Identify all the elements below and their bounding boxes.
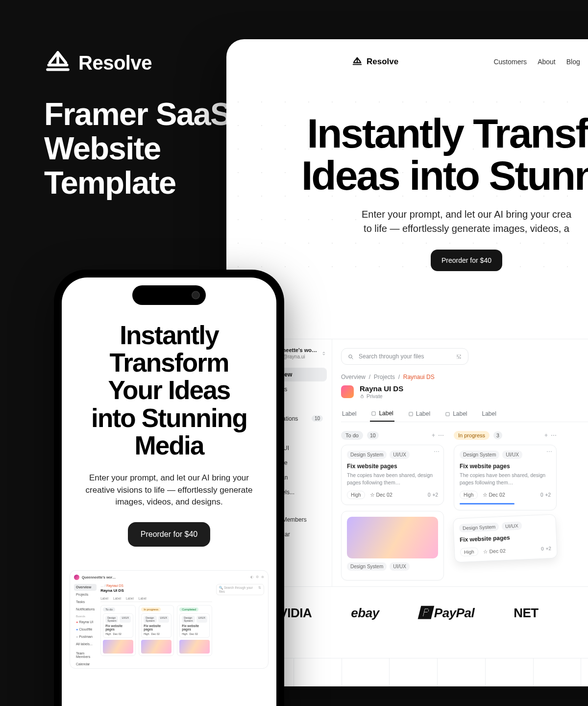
preorder-button[interactable]: Preorder for $40	[431, 250, 502, 271]
kanban-card-dragging[interactable]: Design SystemUI/UX Fix website pages Hig…	[453, 514, 558, 562]
phone-hero-sub: Enter your prompt, and let our AI bring …	[76, 472, 262, 508]
view-tabs: Label Label Label Label Label	[341, 406, 588, 422]
promo-logo: Resolve	[44, 49, 231, 76]
phone-dashboard: Queenneette's wor… ◐⚙⊕ Overview Projects…	[70, 570, 269, 669]
board-item[interactable]: ● Rayna UI	[74, 619, 97, 626]
column-todo: To do 10 +⋯ ⋯ Design SystemUI/UX Fix web…	[341, 431, 444, 586]
search-input[interactable]: 🔍 Search through your files⇅	[216, 584, 264, 595]
search-input[interactable]: Search through your files	[341, 348, 468, 365]
svg-rect-8	[446, 412, 449, 416]
hero-sub: Enter your prompt, and let our AI bring …	[275, 207, 588, 236]
more-icon[interactable]: ⋯	[438, 432, 444, 439]
add-card-icon[interactable]: +	[432, 432, 435, 439]
sidebar-item[interactable]: Projects	[74, 591, 97, 598]
sidebar-item[interactable]: Notifications	[74, 606, 97, 613]
sidebar-item[interactable]: Overview	[74, 584, 97, 591]
kanban-card[interactable]: Design SystemUI/UX	[341, 511, 444, 580]
svg-rect-6	[372, 412, 375, 415]
resolve-mark-icon	[44, 49, 72, 76]
phone-preorder-button[interactable]: Preorder for $40	[128, 522, 211, 547]
desktop-nav: Resolve Customers About Blog Contact Pr	[226, 53, 588, 71]
card-image	[347, 517, 438, 558]
svg-rect-7	[409, 412, 413, 416]
lock-icon	[360, 394, 365, 399]
sidebar-item[interactable]: Tasks	[74, 599, 97, 605]
sidebar-item[interactable]: Team Members	[74, 650, 97, 660]
more-icon[interactable]: ⋯	[434, 448, 440, 455]
phone-notch	[132, 285, 206, 305]
sliders-icon[interactable]	[456, 353, 462, 360]
kanban-card[interactable]: ⋯ Design SystemUI/UX Fix website pages T…	[454, 445, 557, 510]
dashboard-preview: Queenneette's wor… alison.e@rayna.ui Ove…	[246, 339, 588, 586]
project-thumb	[341, 385, 354, 398]
icon[interactable]: ⚙	[256, 575, 259, 579]
tab-label-1[interactable]: Label	[341, 406, 357, 422]
tab-label-5[interactable]: Label	[481, 406, 497, 422]
promo-brand: Resolve	[78, 52, 152, 74]
breadcrumb: Overview / Projects / Raynaui DS	[341, 374, 588, 380]
add-card-icon[interactable]: +	[544, 432, 548, 439]
board-item[interactable]: ● Postman	[74, 633, 97, 640]
sidebar-item[interactable]: Calendar	[74, 661, 97, 668]
tab-label-2[interactable]: Label	[370, 406, 394, 422]
phone-preview: Instantly Transform Your Ideas into Stun…	[54, 270, 284, 706]
nav-blog[interactable]: Blog	[566, 58, 580, 66]
logo-ebay: ebay	[351, 605, 379, 621]
column-inprogress: In progress 3 +⋯ ⋯ Design SystemUI/UX Fi…	[454, 431, 557, 586]
nav-customers[interactable]: Customers	[493, 58, 527, 66]
hero-title: Instantly Transfor Ideas into Stunnin	[275, 113, 588, 197]
svg-point-3	[349, 355, 352, 358]
more-icon[interactable]: ⋯	[546, 448, 552, 455]
avatar	[74, 575, 79, 580]
board-item[interactable]: All labels...	[74, 641, 97, 648]
resolve-mark-icon	[352, 56, 363, 67]
board-item[interactable]: ● Cloudfile	[74, 626, 97, 633]
tab-label-4[interactable]: Label	[444, 406, 468, 422]
project-title: Rayna UI DS	[360, 384, 403, 393]
nav-logo[interactable]: Resolve	[352, 56, 398, 67]
search-icon	[347, 353, 354, 360]
icon[interactable]: ◐	[250, 575, 253, 579]
more-icon[interactable]: ⋯	[551, 432, 557, 439]
bottom-grid	[246, 658, 588, 686]
project-privacy: Private	[360, 393, 403, 399]
phone-hero-title: Instantly Transform Your Ideas into Stun…	[76, 322, 262, 459]
tab-label-3[interactable]: Label	[407, 406, 431, 422]
nav-about[interactable]: About	[538, 58, 556, 66]
kanban-card[interactable]: ⋯ Design SystemUI/UX Fix website pages T…	[341, 445, 444, 504]
icon[interactable]: ⊕	[261, 575, 264, 579]
svg-rect-5	[361, 396, 364, 398]
chevron-updown-icon	[321, 351, 327, 356]
logo-netflix: NET	[514, 605, 539, 621]
promo-title: Framer SaaS Website Template	[44, 97, 231, 201]
logo-paypal: 🅿 PayPal	[418, 605, 475, 621]
svg-line-4	[352, 358, 353, 359]
